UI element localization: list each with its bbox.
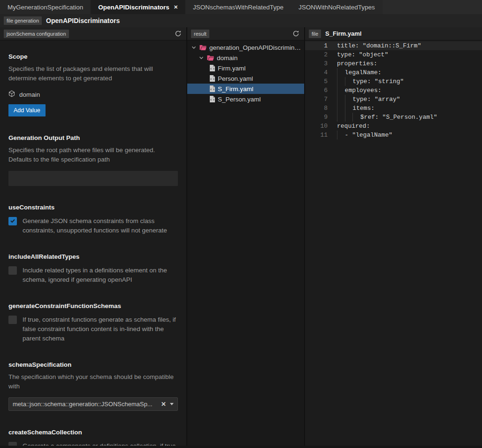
code-line[interactable]: 9$ref: "S_Person.yaml" [305,113,482,122]
tab-label: JSONWithNoRelatedTypes [298,4,375,11]
caret-down-icon[interactable] [170,403,174,405]
output-path-title: Generation Output Path [8,134,178,141]
code-text: properties: [337,59,377,68]
tree-file-row[interactable]: Person.yaml [187,73,304,84]
code-token: - "legalName" [345,131,392,139]
result-panel-header: result [187,27,304,40]
line-number: 5 [305,77,337,86]
bottom-strip [0,446,482,448]
result-panel: result generation_OpenAPIDiscrimin…domai… [187,27,305,448]
code-text: items: [337,104,375,113]
tab-OpenAPIDiscriminators[interactable]: OpenAPIDiscriminators✕ [91,0,185,14]
indent-guide [337,95,345,104]
editor-subheader: file generation OpenAPIDiscriminators [0,14,482,27]
section-generate-constraint-function-schemas: generateConstraintFunctionSchemas If tru… [8,302,178,343]
line-number: 1 [305,41,337,50]
chevron-down-icon[interactable] [199,55,204,61]
include-all-related-types-title: includeAllRelatedTypes [8,253,178,260]
code-line[interactable]: 8items: [305,104,482,113]
yaml-file-icon [210,75,215,82]
tab-JSONschemasWithRelatedType[interactable]: JSONschemasWithRelatedType [185,0,291,14]
tree-folder-row[interactable]: generation_OpenAPIDiscrimin… [187,42,304,53]
code-text: $ref: "S_Person.yaml" [337,113,437,122]
use-constraints-checkbox[interactable] [8,217,17,225]
refresh-icon[interactable] [292,30,299,37]
refresh-icon[interactable] [175,30,182,37]
code-text: - "legalName" [337,131,392,139]
include-all-related-types-checkbox[interactable] [8,266,17,275]
scope-title: Scope [8,53,178,60]
code-token: type: "object" [337,50,388,59]
line-number: 11 [305,131,337,139]
section-schema-specification: schemaSpecification The specification wh… [8,361,178,411]
tab-MyGenerationSpecification[interactable]: MyGenerationSpecification [0,0,91,14]
use-constraints-description: Generate JSON schema constraints from cl… [23,216,178,235]
code-text: required: [337,122,370,131]
create-schema-collection-title: createSchemaCollection [8,429,178,436]
file-panel-header: file S_Firm.yaml [305,27,482,40]
code-line[interactable]: 7type: "array" [305,95,482,104]
tree-folder-row[interactable]: domain [187,53,304,63]
use-constraints-title: useConstraints [8,204,178,211]
indent-guide [345,113,353,122]
tree-file-row[interactable]: S_Person.yaml [187,94,304,104]
code-text: legalName: [337,68,382,77]
code-token: $ref: "S_Person.yaml" [360,113,437,122]
indent-guide [337,77,345,86]
scope-value-label: domain [19,91,40,98]
line-number: 7 [305,95,337,104]
section-scope: Scope Specifies the list of packages and… [8,53,178,116]
code-text: type: "array" [337,95,400,104]
add-value-button[interactable]: Add Value [8,104,46,116]
code-token: type: "string" [352,77,404,86]
indent-guide [352,113,360,122]
config-panel-header: jsonSchema configuration [0,27,186,40]
tree-file-row[interactable]: Firm.yaml [187,63,304,73]
tab-label: OpenAPIDiscriminators [98,4,169,11]
code-token: employees: [345,86,382,95]
tab-label: JSONschemasWithRelatedType [193,4,283,11]
schema-specification-select[interactable]: meta::json::schema::generation::JSONSche… [8,397,178,411]
yaml-file-icon [210,65,215,71]
tree-item-label: domain [217,54,237,62]
chevron-down-icon[interactable] [191,45,197,50]
clear-icon[interactable]: ✕ [161,401,166,407]
section-create-schema-collection: createSchemaCollection Generate a compon… [8,429,178,448]
indent-guide [345,95,353,104]
line-number: 6 [305,86,337,95]
code-text: type: "object" [337,50,388,59]
close-icon[interactable]: ✕ [174,5,178,10]
code-editor[interactable]: 1title: "domain::S_Firm"2type: "object"3… [305,40,482,139]
yaml-file-icon [210,85,215,92]
code-text: title: "domain::S_Firm" [337,41,421,50]
tree-item-label: Person.yaml [218,75,253,82]
file-panel: file S_Firm.yaml 1title: "domain::S_Firm… [305,27,482,448]
code-line[interactable]: 5type: "string" [305,77,482,86]
code-line[interactable]: 2type: "object" [305,50,482,59]
output-path-input[interactable] [8,171,178,186]
code-token: title: "domain::S_Firm" [337,41,421,50]
code-text: type: "string" [337,77,404,86]
code-token: properties: [337,59,377,68]
indent-guide [345,104,353,113]
file-generation-badge: file generation [4,16,42,25]
code-line[interactable]: 3properties: [305,59,482,68]
code-line[interactable]: 11- "legalName" [305,131,482,139]
line-number: 4 [305,68,337,77]
tab-JSONWithNoRelatedTypes[interactable]: JSONWithNoRelatedTypes [291,0,383,14]
generate-constraint-function-schemas-checkbox[interactable] [8,316,17,324]
section-output-path: Generation Output Path Specifies the roo… [8,134,178,186]
include-all-related-types-description: Include related types in a definitions e… [23,266,178,285]
line-number: 2 [305,50,337,59]
scope-value-item[interactable]: domain [8,89,178,100]
code-token: items: [352,104,375,113]
line-number: 8 [305,104,337,113]
indent-guide [337,131,345,139]
line-number: 3 [305,59,337,68]
folder-icon [199,45,207,51]
code-line[interactable]: 6employees: [305,86,482,95]
code-line[interactable]: 10required: [305,122,482,131]
code-line[interactable]: 1title: "domain::S_Firm" [305,41,482,50]
tree-file-row[interactable]: S_Firm.yaml [187,84,304,94]
code-line[interactable]: 4legalName: [305,68,482,77]
